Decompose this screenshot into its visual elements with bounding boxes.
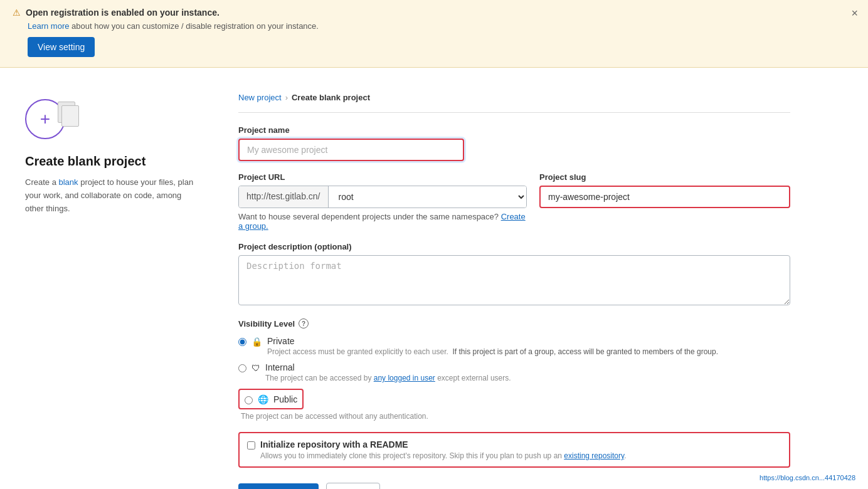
init-readme-title: Initialize repository with a README — [260, 439, 626, 450]
breadcrumb-separator: › — [285, 93, 288, 102]
registration-banner: ⚠ Open registration is enabled on your i… — [0, 0, 868, 68]
visibility-help-icon[interactable]: ? — [299, 318, 309, 329]
private-radio[interactable] — [238, 338, 246, 346]
banner-title: Open registration is enabled on your ins… — [26, 8, 220, 18]
sidebar-description: Create a blank project to house your fil… — [25, 176, 201, 215]
namespace-select[interactable]: root — [329, 186, 526, 208]
breadcrumb-current: Create blank project — [292, 93, 370, 102]
private-label: Private — [267, 336, 718, 346]
visibility-private-option: 🔒 Private Project access must be granted… — [238, 336, 790, 356]
main-container: + Create blank project Create a blank pr… — [0, 68, 868, 489]
visibility-public-option: 🌐 Public The project can be accessed wit… — [238, 389, 790, 421]
warning-icon: ⚠ — [13, 8, 21, 18]
public-radio[interactable] — [245, 396, 253, 404]
cancel-button[interactable]: Cancel — [326, 483, 380, 489]
internal-label: Internal — [265, 362, 511, 372]
project-slug-input[interactable] — [539, 186, 790, 208]
url-hint: Want to house several dependent projects… — [238, 212, 527, 231]
internal-desc: The project can be accessed by any logge… — [265, 374, 511, 382]
internal-radio[interactable] — [238, 364, 246, 372]
project-slug-section: Project slug — [539, 172, 790, 208]
project-name-input[interactable] — [238, 139, 464, 161]
any-logged-in-link[interactable]: any logged in user — [374, 374, 435, 382]
banner-subtext: Learn more about how you can customize /… — [28, 21, 855, 31]
shield-icon: 🛡 — [251, 363, 260, 373]
private-desc: Project access must be granted explicitl… — [267, 347, 718, 356]
public-desc: The project can be accessed without any … — [241, 412, 790, 421]
url-prefix: http://test.gitlab.cn/ — [239, 186, 329, 208]
breadcrumb-parent-link[interactable]: New project — [238, 93, 282, 102]
footer-link[interactable]: https://blog.csdn.cn...44170428 — [760, 474, 855, 481]
url-hint-text: Want to house several dependent projects… — [238, 212, 501, 221]
existing-repo-link[interactable]: existing repository — [564, 451, 624, 460]
plus-icon: + — [40, 109, 50, 129]
description-row: Project description (optional) — [238, 242, 790, 307]
url-slug-row: Project URL http://test.gitlab.cn/ root … — [238, 172, 790, 231]
sidebar-heading: Create blank project — [25, 154, 201, 169]
project-slug-label: Project slug — [539, 172, 790, 182]
project-url-section: Project URL http://test.gitlab.cn/ root … — [238, 172, 527, 231]
project-url-label: Project URL — [238, 172, 527, 182]
view-setting-button[interactable]: View setting — [28, 37, 95, 57]
banner-close-button[interactable]: × — [851, 8, 858, 19]
form-actions: Create project Cancel — [238, 483, 790, 489]
description-textarea[interactable] — [238, 255, 790, 305]
create-project-button[interactable]: Create project — [238, 483, 319, 489]
banner-subtext-after: about how you can customize / disable re… — [71, 21, 319, 31]
form-area: New project › Create blank project Proje… — [201, 93, 815, 489]
blank-link[interactable]: blank — [58, 177, 78, 187]
learn-more-link[interactable]: Learn more — [28, 21, 69, 31]
init-readme-desc: Allows you to immediately clone this pro… — [260, 451, 626, 460]
visibility-label: Visibility Level ? — [238, 318, 790, 329]
project-name-label: Project name — [238, 125, 790, 135]
breadcrumb: New project › Create blank project — [238, 93, 790, 113]
public-label: Public — [273, 394, 297, 404]
visibility-row: Visibility Level ? 🔒 Private Project acc… — [238, 318, 790, 421]
globe-icon: 🌐 — [258, 394, 268, 404]
sidebar: + Create blank project Create a blank pr… — [25, 93, 201, 489]
description-label: Project description (optional) — [238, 242, 790, 251]
url-input-group: http://test.gitlab.cn/ root — [238, 186, 527, 208]
project-name-row: Project name — [238, 125, 790, 161]
lock-icon: 🔒 — [251, 337, 262, 347]
visibility-internal-option: 🛡 Internal The project can be accessed b… — [238, 362, 790, 382]
init-readme-section: Initialize repository with a README Allo… — [238, 432, 790, 468]
public-radio-wrap: 🌐 Public — [238, 389, 304, 409]
init-readme-checkbox[interactable] — [247, 441, 255, 450]
